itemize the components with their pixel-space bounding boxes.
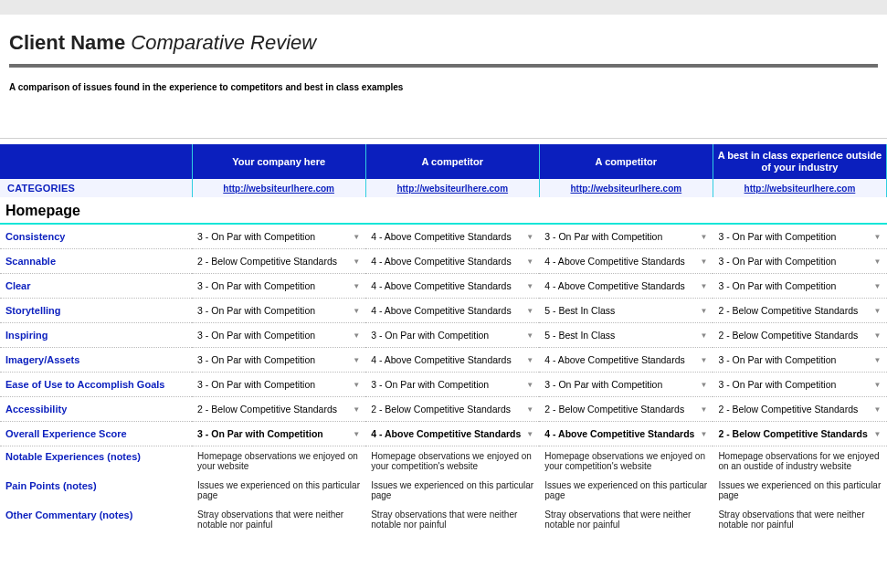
notes-cell[interactable]: Stray observations that were neither not… xyxy=(192,505,365,534)
chevron-down-icon[interactable]: ▼ xyxy=(353,307,360,315)
table-cell[interactable]: 4 - Above Competitive Standards▼ xyxy=(365,249,539,274)
notes-cell[interactable]: Stray observations that were neither not… xyxy=(713,505,886,534)
table-cell[interactable]: 4 - Above Competitive Standards▼ xyxy=(365,274,539,299)
table-cell[interactable]: 3 - On Par with Competition▼ xyxy=(713,274,886,299)
table-cell[interactable]: 5 - Best In Class▼ xyxy=(539,299,713,323)
table-cell[interactable]: 4 - Above Competitive Standards▼ xyxy=(539,348,713,373)
table-cell[interactable]: 3 - On Par with Competition▼ xyxy=(713,348,886,373)
chevron-down-icon[interactable]: ▼ xyxy=(874,282,882,290)
chevron-down-icon[interactable]: ▼ xyxy=(700,233,707,241)
table-cell[interactable]: 2 - Below Competitive Standards▼ xyxy=(713,299,886,323)
notes-cell[interactable]: Issues we experienced on this particular… xyxy=(365,476,539,505)
title-suffix: Comparative Review xyxy=(131,31,316,54)
chevron-down-icon[interactable]: ▼ xyxy=(526,331,533,340)
table-cell[interactable]: 4 - Above Competitive Standards▼ xyxy=(365,348,539,373)
chevron-down-icon[interactable]: ▼ xyxy=(874,331,882,340)
table-cell[interactable]: 3 - On Par with Competition▼ xyxy=(539,224,713,249)
chevron-down-icon[interactable]: ▼ xyxy=(874,356,882,364)
cell-value: 5 - Best In Class xyxy=(544,330,615,341)
table-cell[interactable]: 4 - Above Competitive Standards▼ xyxy=(365,224,539,249)
cell-wrap: 4 - Above Competitive Standards▼ xyxy=(544,428,707,439)
chevron-down-icon[interactable]: ▼ xyxy=(353,356,360,364)
chevron-down-icon[interactable]: ▼ xyxy=(874,257,882,266)
notes-cell[interactable]: Stray observations that were neither not… xyxy=(539,505,713,534)
chevron-down-icon[interactable]: ▼ xyxy=(353,282,360,290)
notes-cell[interactable]: Stray observations that were neither not… xyxy=(365,505,539,534)
table-cell[interactable]: 3 - On Par with Competition▼ xyxy=(713,373,886,397)
notes-cell[interactable]: Homepage observations for we enjoyed on … xyxy=(713,446,886,477)
chevron-down-icon[interactable]: ▼ xyxy=(526,381,533,389)
chevron-down-icon[interactable]: ▼ xyxy=(700,282,707,290)
chevron-down-icon[interactable]: ▼ xyxy=(700,331,707,340)
table-cell[interactable]: 3 - On Par with Competition▼ xyxy=(192,422,365,446)
chevron-down-icon[interactable]: ▼ xyxy=(526,405,533,414)
url-link-best-in-class[interactable]: http://websiteurlhere.com xyxy=(713,179,886,197)
notes-cell[interactable]: Homepage observations we enjoyed on your… xyxy=(539,446,713,477)
chevron-down-icon[interactable]: ▼ xyxy=(353,233,360,241)
notes-cell[interactable]: Homepage observations we enjoyed on your… xyxy=(192,446,365,477)
chevron-down-icon[interactable]: ▼ xyxy=(700,405,707,414)
table-cell[interactable]: 2 - Below Competitive Standards▼ xyxy=(539,397,713,422)
table-cell[interactable]: 3 - On Par with Competition▼ xyxy=(539,373,713,397)
chevron-down-icon[interactable]: ▼ xyxy=(700,356,707,364)
table-cell[interactable]: 2 - Below Competitive Standards▼ xyxy=(713,323,886,348)
cell-value: 2 - Below Competitive Standards xyxy=(197,404,337,415)
table-cell[interactable]: 4 - Above Competitive Standards▼ xyxy=(539,249,713,274)
table-cell[interactable]: 2 - Below Competitive Standards▼ xyxy=(192,249,365,274)
table-cell[interactable]: 4 - Above Competitive Standards▼ xyxy=(539,274,713,299)
chevron-down-icon[interactable]: ▼ xyxy=(526,282,533,290)
table-cell[interactable]: 3 - On Par with Competition▼ xyxy=(192,274,365,299)
chevron-down-icon[interactable]: ▼ xyxy=(874,307,882,315)
table-cell[interactable]: 3 - On Par with Competition▼ xyxy=(192,224,365,249)
table-cell[interactable]: 4 - Above Competitive Standards▼ xyxy=(365,422,539,446)
row-label: Accessibility xyxy=(0,397,192,422)
chevron-down-icon[interactable]: ▼ xyxy=(874,381,882,389)
table-cell[interactable]: 4 - Above Competitive Standards▼ xyxy=(365,299,539,323)
title-divider xyxy=(9,64,878,68)
chevron-down-icon[interactable]: ▼ xyxy=(700,307,707,315)
notes-cell[interactable]: Issues we experienced on this particular… xyxy=(192,476,365,505)
cell-value: 3 - On Par with Competition xyxy=(371,379,489,390)
table-cell[interactable]: 3 - On Par with Competition▼ xyxy=(713,249,886,274)
chevron-down-icon[interactable]: ▼ xyxy=(526,430,533,438)
chevron-down-icon[interactable]: ▼ xyxy=(874,233,882,241)
table-cell[interactable]: 3 - On Par with Competition▼ xyxy=(713,224,886,249)
chevron-down-icon[interactable]: ▼ xyxy=(700,257,707,266)
table-cell[interactable]: 3 - On Par with Competition▼ xyxy=(192,323,365,348)
url-link-company[interactable]: http://websiteurlhere.com xyxy=(192,179,365,197)
cell-value: 3 - On Par with Competition xyxy=(718,280,836,291)
notes-cell[interactable]: Homepage observations we enjoyed on your… xyxy=(365,446,539,477)
row-label: Scannable xyxy=(0,249,192,274)
notes-cell[interactable]: Issues we experienced on this particular… xyxy=(539,476,713,505)
chevron-down-icon[interactable]: ▼ xyxy=(526,257,533,266)
chevron-down-icon[interactable]: ▼ xyxy=(353,430,360,438)
chevron-down-icon[interactable]: ▼ xyxy=(874,405,882,414)
table-cell[interactable]: 2 - Below Competitive Standards▼ xyxy=(192,397,365,422)
chevron-down-icon[interactable]: ▼ xyxy=(526,233,533,241)
url-link-competitor-2[interactable]: http://websiteurlhere.com xyxy=(539,179,713,197)
table-cell[interactable]: 3 - On Par with Competition▼ xyxy=(365,373,539,397)
chevron-down-icon[interactable]: ▼ xyxy=(700,381,707,389)
cell-value: 4 - Above Competitive Standards xyxy=(371,428,521,439)
table-cell[interactable]: 5 - Best In Class▼ xyxy=(539,323,713,348)
table-cell[interactable]: 2 - Below Competitive Standards▼ xyxy=(365,397,539,422)
table-cell[interactable]: 3 - On Par with Competition▼ xyxy=(192,348,365,373)
table-cell[interactable]: 3 - On Par with Competition▼ xyxy=(192,373,365,397)
table-cell[interactable]: 2 - Below Competitive Standards▼ xyxy=(713,422,886,446)
chevron-down-icon[interactable]: ▼ xyxy=(353,381,360,389)
table-cell[interactable]: 3 - On Par with Competition▼ xyxy=(365,323,539,348)
notes-cell[interactable]: Issues we experienced on this particular… xyxy=(713,476,886,505)
cell-value: 3 - On Par with Competition xyxy=(197,305,315,316)
chevron-down-icon[interactable]: ▼ xyxy=(700,430,707,438)
chevron-down-icon[interactable]: ▼ xyxy=(874,430,882,438)
chevron-down-icon[interactable]: ▼ xyxy=(353,257,360,266)
chevron-down-icon[interactable]: ▼ xyxy=(353,405,360,414)
chevron-down-icon[interactable]: ▼ xyxy=(526,307,533,315)
chevron-down-icon[interactable]: ▼ xyxy=(526,356,533,364)
table-cell[interactable]: 3 - On Par with Competition▼ xyxy=(192,299,365,323)
url-link-competitor-1[interactable]: http://websiteurlhere.com xyxy=(365,179,539,197)
table-cell[interactable]: 2 - Below Competitive Standards▼ xyxy=(713,397,886,422)
table-cell[interactable]: 4 - Above Competitive Standards▼ xyxy=(539,422,713,446)
table-row: Inspiring3 - On Par with Competition▼3 -… xyxy=(0,323,887,348)
chevron-down-icon[interactable]: ▼ xyxy=(353,331,360,340)
